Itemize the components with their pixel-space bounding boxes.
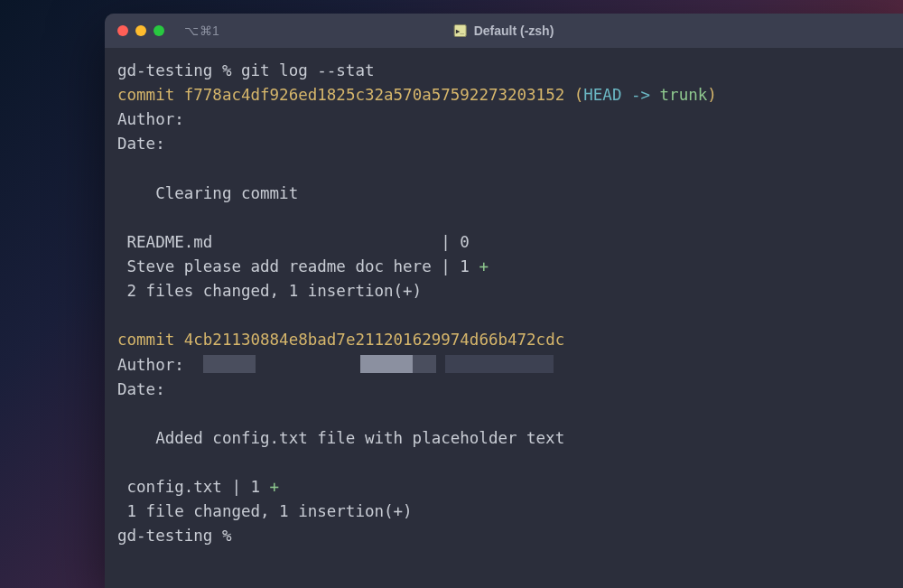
prompt-separator: % — [212, 61, 241, 79]
terminal-icon: ▸_ — [454, 24, 467, 37]
tab-shortcut-indicator: ⌥⌘1 — [184, 23, 219, 38]
ref-open: ( — [564, 86, 583, 104]
redacted-block — [413, 355, 436, 373]
commit-hash: f778ac4df926ed1825c32a570a57592273203152 — [184, 86, 564, 104]
stat-text: README.md | 0 — [117, 233, 470, 251]
stat-text: Steve please add readme doc here | 1 — [117, 257, 479, 275]
traffic-lights — [117, 25, 164, 36]
window-title-text: Default (-zsh) — [474, 23, 554, 38]
close-icon[interactable] — [117, 25, 128, 36]
prompt-line: gd-testing % — [117, 524, 890, 548]
stat-summary: 1 file changed, 1 insertion(+) — [117, 499, 890, 524]
blank-line — [117, 402, 890, 426]
author-line: Author: — [117, 353, 890, 378]
zoom-icon[interactable] — [154, 25, 164, 36]
stat-line: Steve please add readme doc here | 1 + — [117, 255, 890, 279]
prompt-dir: gd-testing — [117, 527, 212, 545]
commit-hash: 4cb21130884e8bad7e211201629974d66b472cdc — [184, 331, 564, 349]
plus-icon: + — [479, 257, 489, 275]
commit-header-line: commit f778ac4df926ed1825c32a570a5759227… — [117, 83, 890, 107]
commit-message: Added config.txt file with placeholder t… — [117, 426, 890, 451]
terminal-window: ⌥⌘1 ▸_ Default (-zsh) gd-testing % git l… — [105, 14, 903, 588]
plus-icon: + — [270, 478, 280, 496]
blank-line — [117, 157, 890, 182]
ref-close: ) — [707, 86, 717, 104]
redacted-block — [445, 355, 554, 373]
prompt-dir: gd-testing — [117, 61, 212, 79]
minimize-icon[interactable] — [135, 25, 146, 36]
stat-text: config.txt | 1 — [117, 478, 270, 496]
command-text: git log --stat — [241, 61, 375, 79]
terminal-output[interactable]: gd-testing % git log --stat commit f778a… — [105, 48, 903, 588]
author-label: Author: — [117, 356, 203, 374]
stat-summary: 2 files changed, 1 insertion(+) — [117, 279, 890, 303]
redacted-block — [203, 355, 256, 373]
stat-line: README.md | 0 — [117, 230, 890, 255]
blank-line — [117, 206, 890, 230]
commit-message: Clearing commit — [117, 182, 890, 206]
head-ref: HEAD -> — [583, 86, 659, 104]
titlebar: ⌥⌘1 ▸_ Default (-zsh) — [105, 14, 903, 48]
date-line: Date: — [117, 132, 890, 156]
redacted-block — [360, 355, 413, 373]
commit-label: commit — [117, 331, 184, 349]
prompt-line: gd-testing % git log --stat — [117, 59, 890, 83]
author-line: Author: — [117, 107, 890, 132]
branch-ref: trunk — [660, 86, 708, 104]
commit-header-line: commit 4cb21130884e8bad7e211201629974d66… — [117, 328, 890, 352]
blank-line — [117, 451, 890, 475]
date-line: Date: — [117, 378, 890, 402]
commit-label: commit — [117, 86, 184, 104]
window-title: ▸_ Default (-zsh) — [454, 23, 554, 38]
stat-line: config.txt | 1 + — [117, 475, 890, 499]
prompt-separator: % — [212, 527, 241, 545]
blank-line — [117, 303, 890, 328]
